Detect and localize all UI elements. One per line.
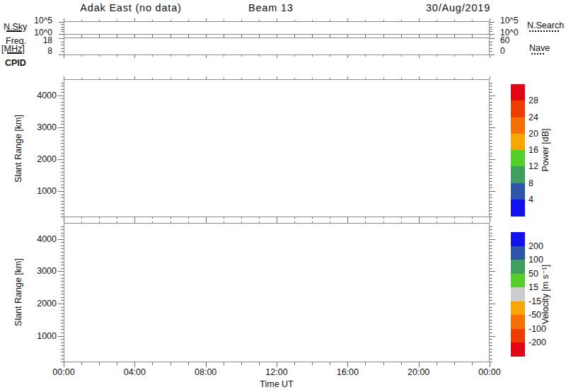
x-axis-tick bbox=[64, 362, 64, 367]
y-axis-tick bbox=[61, 258, 64, 259]
y-axis-tick bbox=[61, 287, 64, 288]
x-axis-tick bbox=[365, 55, 366, 57]
y-axis-tick bbox=[490, 146, 492, 147]
y-axis-tick bbox=[58, 239, 64, 240]
x-axis-tick bbox=[259, 221, 260, 223]
x-axis-tick bbox=[347, 76, 348, 79]
y-axis-tick bbox=[61, 149, 64, 150]
power-colorbar-title: Power [dB] bbox=[541, 128, 550, 171]
colorbar-segment bbox=[511, 134, 525, 151]
colorbar-tick-label: 4 bbox=[529, 195, 533, 204]
y-axis-tick bbox=[61, 352, 64, 352]
x-axis-tick bbox=[347, 35, 348, 38]
x-axis-tick bbox=[152, 36, 153, 38]
y-axis-tick bbox=[61, 316, 64, 317]
strip-y-tick bbox=[61, 24, 64, 25]
x-axis-tick bbox=[117, 221, 117, 223]
x-axis-tick bbox=[312, 36, 313, 38]
x-axis-tick bbox=[294, 55, 295, 57]
y-axis-tick bbox=[490, 268, 492, 269]
y-axis-tick bbox=[490, 278, 492, 279]
y-axis-tick bbox=[61, 284, 64, 285]
x-axis-tick bbox=[152, 78, 153, 79]
y-axis-tick bbox=[490, 307, 492, 308]
x-axis-tick bbox=[277, 18, 277, 21]
x-axis-tick bbox=[171, 36, 171, 38]
strip-y-tick bbox=[61, 29, 64, 30]
y-axis-tick bbox=[490, 229, 492, 230]
y-axis-tick bbox=[490, 226, 492, 227]
x-axis-tick bbox=[294, 221, 295, 223]
colorbar-tick-label: 24 bbox=[529, 113, 538, 122]
colorbar-tick-label: -50 bbox=[529, 310, 541, 320]
y-axis-tick bbox=[61, 195, 64, 195]
x-axis-tick bbox=[259, 20, 260, 21]
y-axis-tick bbox=[61, 313, 64, 314]
colorbar-segment bbox=[511, 274, 525, 288]
y-axis-tick bbox=[490, 294, 492, 294]
x-axis-tick bbox=[241, 55, 242, 57]
x-axis-tick bbox=[347, 55, 348, 58]
y-axis-tick bbox=[61, 323, 64, 323]
x-axis-tick bbox=[206, 76, 207, 79]
strip-y-tick bbox=[490, 54, 495, 55]
y-axis-tick bbox=[61, 197, 64, 198]
y-axis-tick bbox=[490, 168, 492, 169]
x-axis-tick bbox=[454, 362, 455, 365]
x-axis-tick bbox=[117, 362, 117, 365]
x-axis-tick bbox=[312, 221, 313, 223]
y-tick-label: 4000 bbox=[28, 234, 57, 244]
y-axis-tick bbox=[490, 83, 492, 83]
x-axis-tick bbox=[188, 217, 189, 219]
x-axis-tick bbox=[490, 35, 490, 38]
y-axis-tick bbox=[490, 214, 492, 214]
x-tick-label: 00:00 bbox=[42, 367, 85, 377]
strip-y-tick bbox=[61, 31, 64, 32]
y-axis-tick bbox=[61, 349, 64, 350]
colorbar-segment bbox=[511, 287, 525, 301]
y-axis-tick bbox=[490, 191, 495, 192]
x-axis-tick bbox=[259, 362, 260, 365]
colorbar-tick-label: -100 bbox=[529, 324, 546, 334]
y-axis-tick bbox=[490, 313, 492, 314]
x-axis-tick bbox=[152, 20, 153, 21]
x-axis-tick bbox=[347, 220, 348, 223]
y-axis-tick bbox=[490, 246, 492, 246]
y-axis-tick bbox=[490, 310, 492, 311]
x-axis-tick bbox=[490, 76, 490, 79]
nave-legend-label: Nave bbox=[529, 43, 550, 53]
strip-y-tick bbox=[59, 54, 64, 55]
x-tick-label: 04:00 bbox=[113, 367, 156, 377]
y-axis-tick bbox=[490, 130, 492, 131]
x-axis-tick bbox=[419, 18, 420, 21]
x-axis-tick bbox=[365, 20, 366, 21]
colorbar-tick-label: 20 bbox=[529, 129, 538, 139]
nsky-right-tick-top: 10^5 bbox=[500, 16, 519, 25]
y-axis-tick bbox=[490, 195, 492, 195]
colorbar-segment bbox=[511, 84, 525, 101]
y-axis-tick bbox=[490, 329, 492, 330]
nsky-solid-line-sample bbox=[6, 30, 22, 32]
strip-y-tick bbox=[490, 22, 495, 23]
y-axis-tick bbox=[61, 130, 64, 131]
y-axis-tick bbox=[61, 102, 64, 103]
freq-solid-line-sample bbox=[7, 52, 22, 54]
y-axis-tick bbox=[61, 246, 64, 246]
freq-right-tick-bottom: 0 bbox=[500, 47, 505, 56]
y-axis-tick bbox=[490, 137, 492, 137]
x-axis-tick bbox=[64, 18, 64, 21]
y-axis-tick bbox=[490, 89, 492, 90]
x-axis-tick bbox=[437, 217, 437, 219]
x-axis-tick bbox=[490, 55, 490, 58]
y-axis-tick bbox=[490, 349, 492, 350]
colorbar-tick-label: 15 bbox=[529, 282, 538, 292]
y-axis-tick bbox=[490, 300, 492, 301]
x-axis-tick bbox=[259, 55, 260, 57]
x-axis-tick bbox=[454, 217, 455, 219]
x-axis-tick bbox=[490, 362, 490, 367]
y-axis-tick bbox=[61, 310, 64, 311]
x-axis-tick bbox=[99, 362, 100, 365]
x-axis-tick bbox=[117, 78, 117, 79]
x-axis-tick bbox=[347, 18, 348, 21]
y-axis-tick bbox=[61, 268, 64, 269]
